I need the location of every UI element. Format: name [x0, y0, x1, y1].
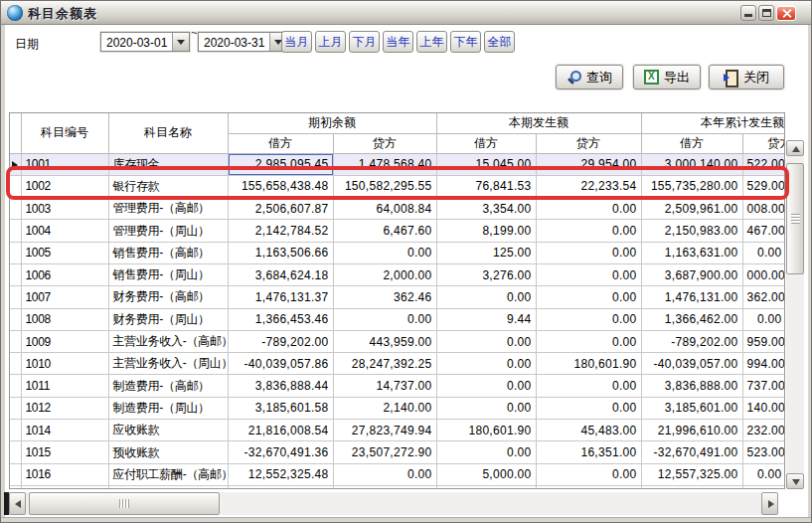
cell-current-debit[interactable]: 8,199.00 — [436, 220, 536, 242]
scroll-up-button[interactable] — [786, 140, 804, 156]
cell-opening-credit[interactable]: 23,507,272.90 — [333, 441, 436, 463]
cell-opening-credit[interactable]: 0.00 — [333, 242, 436, 263]
quick-range-button-2[interactable]: 上月 — [315, 31, 346, 53]
cell-current-credit[interactable]: 0.00 — [536, 463, 641, 485]
quick-range-button-3[interactable]: 下月 — [349, 31, 380, 53]
row-marker-cell[interactable] — [10, 330, 21, 352]
cell-current-credit[interactable]: 22,233.54 — [536, 175, 641, 197]
scroll-left-button[interactable] — [9, 492, 26, 515]
cell-name[interactable]: 销售费用-（高邮） — [108, 242, 228, 263]
cell-opening-credit[interactable]: 2,140.00 — [333, 397, 436, 419]
cell-current-credit[interactable]: 0.00 — [536, 242, 641, 263]
cell-ytd-credit-clipped[interactable]: 959.00 — [742, 330, 785, 352]
cell-current-credit[interactable]: 0.00 — [536, 263, 641, 285]
cell-opening-debit[interactable]: -32,670,491.36 — [228, 441, 333, 463]
horizontal-scrollbar[interactable] — [9, 492, 778, 515]
cell-ytd-credit-clipped[interactable]: 994.00 — [742, 353, 785, 375]
cell-ytd-debit[interactable]: -32,670,491.00 — [641, 441, 742, 463]
cell-name[interactable]: 主营业务收入-（高邮） — [108, 330, 228, 352]
cell-opening-credit[interactable]: 0.00 — [333, 308, 436, 330]
cell-name[interactable]: 主营业务收入-（周山） — [108, 353, 228, 375]
cell-current-debit[interactable]: 0.00 — [436, 397, 536, 419]
cell-opening-debit[interactable]: 155,658,438.48 — [228, 175, 333, 197]
cell-ytd-credit-clipped[interactable]: 008.00 — [742, 198, 785, 220]
cell-opening-credit[interactable]: 362.46 — [333, 286, 436, 308]
cell-ytd-debit[interactable]: 21,996,610.00 — [641, 420, 742, 441]
maximize-button[interactable] — [758, 5, 774, 21]
row-marker-cell[interactable] — [10, 397, 21, 419]
cell-code[interactable]: 1010 — [21, 353, 108, 375]
scroll-down-button[interactable] — [786, 473, 804, 489]
cell-opening-debit[interactable]: 3,185,601.58 — [228, 397, 333, 419]
cell-name[interactable]: 财务费用-（高邮） — [108, 286, 228, 308]
cell-current-credit[interactable]: 45,483.00 — [536, 420, 641, 441]
cell-ytd-debit[interactable]: 2,509,961.00 — [641, 198, 742, 220]
cell-code[interactable]: 1005 — [21, 242, 108, 263]
action-button-close[interactable]: 关闭 — [709, 65, 784, 89]
cell-current-credit[interactable]: 0.00 — [536, 220, 641, 242]
cell-ytd-debit[interactable]: 12,557,325.00 — [641, 463, 742, 485]
cell-opening-debit[interactable]: 3,684,624.18 — [228, 263, 333, 285]
cell-ytd-credit-clipped[interactable]: 140.00 — [742, 397, 785, 419]
quick-range-button-6[interactable]: 下年 — [450, 31, 481, 53]
cell-code[interactable]: 1012 — [21, 397, 108, 419]
cell-code[interactable]: 1011 — [21, 375, 108, 397]
row-marker-cell[interactable] — [10, 353, 21, 375]
row-marker-cell[interactable] — [10, 286, 21, 308]
cell-current-debit[interactable]: 125.00 — [436, 242, 536, 263]
cell-code[interactable]: 1003 — [21, 198, 108, 220]
date-to-select[interactable]: 2020-03-31 — [198, 32, 287, 52]
cell-ytd-credit-clipped[interactable]: 529.00 — [742, 175, 785, 197]
quick-range-button-1[interactable]: 当月 — [281, 31, 312, 53]
vertical-scrollbar[interactable] — [786, 140, 804, 489]
cell-ytd-debit[interactable]: 3,836,888.00 — [641, 375, 742, 397]
cell-opening-debit[interactable]: 2,985,095.45 — [228, 153, 333, 175]
cell-code[interactable]: 1007 — [21, 286, 108, 308]
row-marker-cell[interactable] — [10, 420, 21, 441]
title-bar[interactable]: 科目余额表 — [1, 1, 812, 25]
cell-opening-credit[interactable]: 2,000.00 — [333, 263, 436, 285]
cell-code[interactable]: 1008 — [21, 308, 108, 330]
cell-opening-credit[interactable]: 0.00 — [333, 463, 436, 485]
cell-ytd-debit[interactable]: 1,366,462.00 — [641, 308, 742, 330]
cell-current-debit[interactable]: 3,276.00 — [436, 263, 536, 285]
cell-ytd-credit-clipped[interactable]: 523.00 — [742, 441, 785, 463]
close-button[interactable] — [776, 5, 796, 21]
cell-clipped-value[interactable] — [436, 485, 536, 489]
cell-code[interactable]: 1002 — [21, 175, 108, 197]
cell-current-credit[interactable]: 0.00 — [536, 375, 641, 397]
cell-ytd-credit-clipped[interactable]: 467.00 — [742, 220, 785, 242]
cell-ytd-debit[interactable]: 3,000,140.00 — [641, 153, 742, 175]
cell-opening-credit[interactable]: 28,247,392.25 — [333, 353, 436, 375]
cell-opening-debit[interactable]: 1,163,506.66 — [228, 242, 333, 263]
cell-name[interactable]: 制造费用-（高邮） — [108, 375, 228, 397]
row-marker-cell[interactable] — [10, 153, 21, 175]
row-marker-cell[interactable] — [10, 263, 21, 285]
cell-code[interactable]: 1014 — [21, 420, 108, 441]
cell-current-credit[interactable]: 0.00 — [536, 198, 641, 220]
cell-ytd-credit-clipped[interactable]: 522.00 — [742, 153, 785, 175]
action-button-query[interactable]: 查询 — [556, 65, 623, 89]
cell-ytd-debit[interactable]: -40,039,057.00 — [641, 353, 742, 375]
cell-name[interactable]: 制造费用-（周山） — [108, 397, 228, 419]
cell-ytd-credit-clipped[interactable]: 0.00 — [742, 308, 785, 330]
row-marker-cell[interactable] — [10, 375, 21, 397]
cell-opening-credit[interactable]: 443,959.00 — [333, 330, 436, 352]
cell-opening-debit[interactable]: 3,836,888.44 — [228, 375, 333, 397]
cell-opening-credit[interactable]: 6,467.60 — [333, 220, 436, 242]
cell-opening-debit[interactable]: 1,366,453.46 — [228, 308, 333, 330]
cell-clipped-value[interactable] — [641, 485, 742, 489]
cell-current-debit[interactable]: 3,354.00 — [436, 198, 536, 220]
cell-current-debit[interactable]: 0.00 — [436, 353, 536, 375]
cell-name[interactable]: 预收账款 — [108, 441, 228, 463]
row-marker-cell[interactable] — [10, 463, 21, 485]
cell-name[interactable]: 应收账款 — [108, 420, 228, 441]
cell-ytd-debit[interactable]: 3,185,601.00 — [641, 397, 742, 419]
cell-clipped-value[interactable] — [333, 485, 436, 489]
cell-current-debit[interactable]: 5,000.00 — [436, 463, 536, 485]
cell-current-credit[interactable]: 29,954.00 — [536, 153, 641, 175]
quick-range-button-7[interactable]: 全部 — [484, 31, 515, 53]
horizontal-scrollbar-thumb[interactable] — [29, 492, 220, 515]
cell-opening-debit[interactable]: 12,552,325.48 — [228, 463, 333, 485]
vertical-scrollbar-thumb[interactable] — [786, 163, 804, 274]
